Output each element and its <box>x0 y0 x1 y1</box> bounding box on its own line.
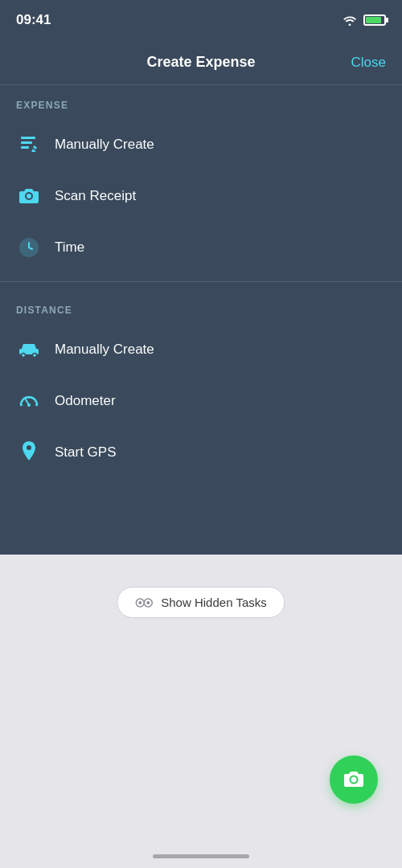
scan-receipt-item[interactable]: Scan Receipt <box>0 170 402 222</box>
time-label: Time <box>55 240 84 256</box>
nav-bar: Create Expense Close <box>0 40 402 85</box>
svg-point-7 <box>27 403 31 407</box>
show-hidden-tasks-button[interactable]: Show Hidden Tasks <box>117 587 285 618</box>
odometer-item[interactable]: Odometer <box>0 375 402 427</box>
car-icon <box>16 337 42 362</box>
battery-icon <box>363 14 386 26</box>
svg-rect-0 <box>21 137 35 139</box>
modal-sheet: Create Expense Close EXPENSE Manually Cr… <box>0 40 402 555</box>
fab-camera-button[interactable] <box>330 755 378 804</box>
svg-point-5 <box>22 354 26 358</box>
edit-list-icon <box>16 132 42 158</box>
camera-icon <box>16 183 42 209</box>
scan-receipt-label: Scan Receipt <box>55 188 136 204</box>
svg-point-6 <box>33 354 37 358</box>
distance-section-header: DISTANCE <box>0 290 402 324</box>
odometer-label: Odometer <box>55 393 116 409</box>
svg-rect-2 <box>21 146 29 149</box>
manually-create-distance-label: Manually Create <box>55 342 154 358</box>
camera-fab-icon <box>343 770 365 789</box>
status-bar: 09:41 <box>0 0 402 40</box>
home-indicator <box>153 854 249 858</box>
status-icons <box>343 14 386 26</box>
svg-point-14 <box>146 601 150 604</box>
expense-section-header: EXPENSE <box>0 85 402 119</box>
clock-icon <box>16 235 42 260</box>
odometer-icon <box>16 388 42 414</box>
section-divider <box>0 281 402 282</box>
manually-create-expense-item[interactable]: Manually Create <box>0 119 402 170</box>
modal-title: Create Expense <box>146 54 255 71</box>
close-button[interactable]: Close <box>351 55 386 71</box>
gps-icon <box>16 440 42 465</box>
svg-rect-1 <box>21 141 32 144</box>
start-gps-label: Start GPS <box>55 444 117 461</box>
svg-point-13 <box>138 601 142 604</box>
hidden-tasks-icon <box>135 597 153 608</box>
time-item[interactable]: Time <box>0 222 402 273</box>
manually-create-expense-label: Manually Create <box>55 137 154 153</box>
manually-create-distance-item[interactable]: Manually Create <box>0 324 402 375</box>
start-gps-item[interactable]: Start GPS <box>0 427 402 478</box>
wifi-icon <box>343 14 357 26</box>
status-time: 09:41 <box>16 12 51 28</box>
show-hidden-tasks-label: Show Hidden Tasks <box>161 596 266 609</box>
